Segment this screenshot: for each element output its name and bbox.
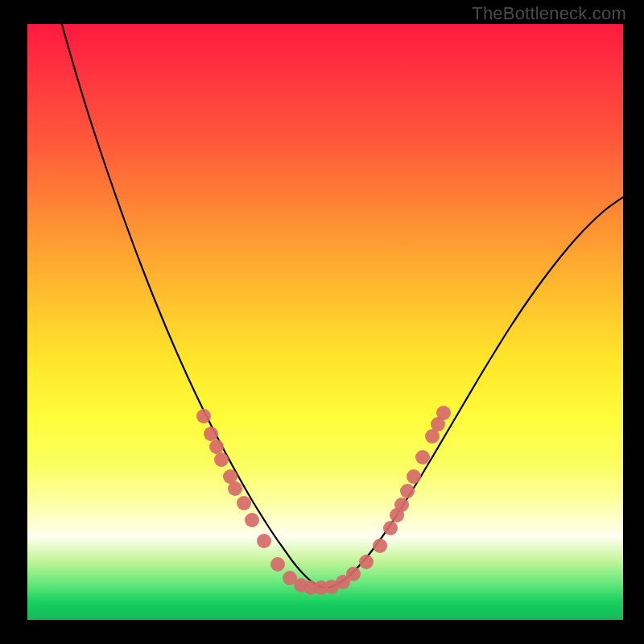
marker-dot — [400, 484, 415, 498]
marker-dot — [237, 496, 251, 510]
marker-dot — [204, 427, 218, 441]
chart-frame: TheBottleneck.com — [0, 0, 644, 644]
marker-dot — [209, 440, 224, 454]
marker-dot — [373, 539, 387, 553]
watermark-text: TheBottleneck.com — [472, 3, 626, 24]
plot-area — [27, 24, 623, 620]
marker-dot — [346, 567, 361, 581]
curve-path — [60, 24, 623, 588]
marker-group — [196, 406, 451, 595]
marker-dot — [359, 555, 374, 569]
curve-layer — [27, 24, 623, 620]
marker-dot — [228, 481, 242, 496]
marker-dot — [394, 497, 409, 512]
marker-dot — [245, 513, 259, 527]
bottleneck-curve — [60, 24, 623, 588]
marker-dot — [257, 534, 271, 548]
marker-dot — [407, 469, 421, 484]
marker-dot — [214, 452, 229, 467]
marker-dot — [270, 557, 285, 572]
marker-dot — [196, 409, 211, 423]
marker-dot — [436, 406, 451, 420]
marker-dot — [415, 450, 430, 464]
marker-dot — [383, 521, 398, 535]
